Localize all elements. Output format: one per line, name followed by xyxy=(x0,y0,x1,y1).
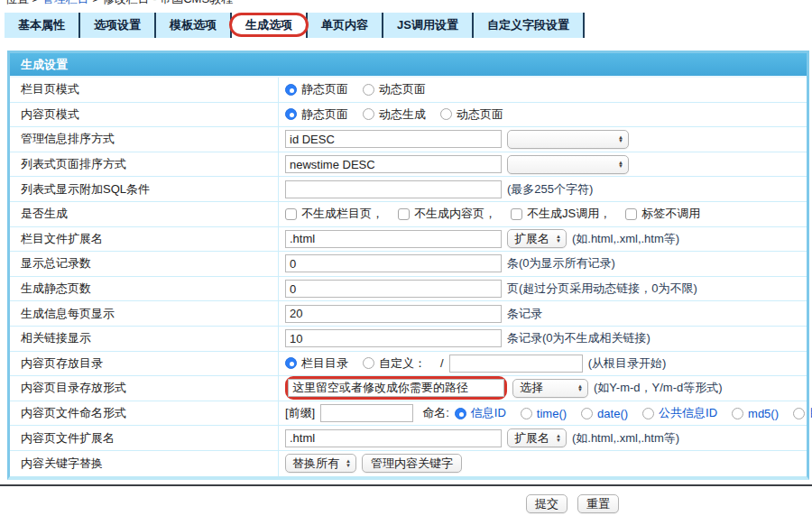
reset-button[interactable]: 重置 xyxy=(577,494,619,513)
radio-column-dir[interactable]: 栏目目录 xyxy=(285,355,348,372)
checkbox-icon[interactable] xyxy=(625,208,637,220)
checkbox-no-js-call[interactable]: 不生成JS调用， xyxy=(511,206,611,222)
tab-option-settings[interactable]: 选项设置 xyxy=(80,13,156,38)
custom-dir-input[interactable] xyxy=(449,355,583,373)
panel-title: 生成设置 xyxy=(10,53,807,78)
radio-on-icon[interactable] xyxy=(285,108,297,120)
radio-on-icon[interactable] xyxy=(285,357,297,369)
radio-off-icon[interactable] xyxy=(732,408,743,419)
checkbox-no-content-page[interactable]: 不生成内容页， xyxy=(398,206,496,222)
checkbox-icon[interactable] xyxy=(285,208,297,220)
radio-dynamic-page[interactable]: 动态页面 xyxy=(440,106,503,123)
radio-info-id[interactable]: 信息ID xyxy=(455,405,506,421)
content-ext-select[interactable]: 扩展名▲▼ xyxy=(507,428,567,447)
tab-generate-options[interactable]: 生成选项 xyxy=(232,13,308,38)
radio-label: 栏目目录 xyxy=(301,355,348,372)
radio-off-icon[interactable] xyxy=(793,408,805,419)
prefix-input[interactable] xyxy=(320,404,413,422)
hint-text: (如.html,.xml,.htm等) xyxy=(572,430,679,447)
breadcrumb-link[interactable]: 管理栏目 xyxy=(42,0,89,5)
tab-single-page-content[interactable]: 单页内容 xyxy=(308,13,383,38)
form-actions: 提交 重置 xyxy=(526,494,619,513)
select-arrows-icon: ▲▼ xyxy=(556,235,561,243)
keyword-replace-select[interactable]: 替换所有▲▼ xyxy=(285,454,356,473)
radio-label: 动态页面 xyxy=(379,81,426,97)
breadcrumb: 位置 > 管理栏目 > 修改栏目 - 帝国CMS教程 xyxy=(0,0,812,8)
radio-static-page[interactable]: 静态页面 xyxy=(285,106,348,123)
tab-template-options[interactable]: 模板选项 xyxy=(156,13,232,38)
radio-md5[interactable]: md5() xyxy=(732,407,779,420)
select-value: 选择 xyxy=(520,380,543,396)
list-sort-input[interactable] xyxy=(285,155,502,173)
radio-dynamic-page[interactable]: 动态页面 xyxy=(363,81,426,97)
submit-button[interactable]: 提交 xyxy=(526,494,567,513)
row-content-page-mode: 内容页模式 静态页面 动态生成 动态页面 xyxy=(10,103,807,128)
hint-text: (如.html,.xml,.htm等) xyxy=(572,231,679,247)
tab-bar: 基本属性 选项设置 模板选项 生成选项 单页内容 JS调用设置 自定义字段设置 xyxy=(5,13,585,38)
dir-format-input[interactable] xyxy=(288,379,504,397)
radio-off-icon[interactable] xyxy=(363,84,374,96)
row-keyword-replace: 内容关键字替换 替换所有▲▼ 管理内容关键字 xyxy=(10,451,807,476)
tab-js-call-settings[interactable]: JS调用设置 xyxy=(383,13,474,38)
radio-date[interactable]: date() xyxy=(581,407,628,420)
static-pages-input[interactable] xyxy=(285,280,502,298)
radio-on-icon[interactable] xyxy=(455,408,466,419)
radio-label: 静态页面 xyxy=(301,81,348,97)
checkbox-label: 不生成栏目页， xyxy=(301,206,383,222)
radio-on-icon[interactable] xyxy=(285,84,297,96)
select-arrows-icon: ▲▼ xyxy=(618,161,623,169)
radio-directory[interactable]: 目录 xyxy=(793,405,812,421)
checkbox-no-column-page[interactable]: 不生成栏目页， xyxy=(285,206,383,222)
checkbox-label: 不生成JS调用， xyxy=(527,206,611,222)
sql-condition-input[interactable] xyxy=(285,180,502,198)
hint-text: (从根目录开始) xyxy=(588,355,667,372)
checkbox-icon[interactable] xyxy=(398,208,410,220)
admin-page: 位置 > 管理栏目 > 修改栏目 - 帝国CMS教程 基本属性 选项设置 模板选… xyxy=(0,0,812,525)
radio-off-icon[interactable] xyxy=(642,408,654,419)
radio-dynamic-generate[interactable]: 动态生成 xyxy=(363,106,426,123)
list-sort-select[interactable]: ▲▼ xyxy=(507,155,629,174)
checkbox-icon[interactable] xyxy=(511,208,522,220)
prefix-label: [前缀] xyxy=(285,405,315,421)
row-label: 相关链接显示 xyxy=(10,327,279,351)
divider-line xyxy=(0,484,812,486)
manage-sort-input[interactable] xyxy=(285,130,502,148)
tab-basic-attributes[interactable]: 基本属性 xyxy=(5,13,80,38)
checkbox-tag-no-call[interactable]: 标签不调用 xyxy=(625,206,700,222)
column-ext-select[interactable]: 扩展名▲▼ xyxy=(507,229,567,248)
radio-time[interactable]: time() xyxy=(521,407,567,420)
row-label: 显示总记录数 xyxy=(10,252,279,276)
radio-off-icon[interactable] xyxy=(521,408,532,419)
tab-custom-field-settings[interactable]: 自定义字段设置 xyxy=(474,13,585,38)
related-links-input[interactable] xyxy=(285,329,502,347)
manage-keywords-button[interactable]: 管理内容关键字 xyxy=(362,454,462,473)
radio-static-page[interactable]: 静态页面 xyxy=(285,81,348,97)
radio-label: 动态页面 xyxy=(457,106,503,123)
total-records-input[interactable] xyxy=(285,254,502,272)
manage-sort-select[interactable]: ▲▼ xyxy=(507,130,629,149)
radio-off-icon[interactable] xyxy=(581,408,593,419)
radio-custom-dir[interactable]: 自定义： xyxy=(363,355,426,372)
radio-label: 自定义： xyxy=(379,355,426,372)
items-per-page-input[interactable] xyxy=(285,305,502,323)
red-annotation-box xyxy=(285,376,507,400)
radio-off-icon[interactable] xyxy=(363,108,374,120)
radio-off-icon[interactable] xyxy=(440,108,452,120)
radio-public-info-id[interactable]: 公共信息ID xyxy=(642,405,717,421)
row-label: 内容页文件扩展名 xyxy=(10,426,279,450)
hint-text: 条(0为显示所有记录) xyxy=(507,255,615,272)
row-label: 栏目文件扩展名 xyxy=(10,227,279,252)
radio-label: date() xyxy=(597,407,628,420)
row-manage-info-sort: 管理信息排序方式 ▲▼ xyxy=(10,127,807,152)
radio-off-icon[interactable] xyxy=(363,357,374,369)
tab-label: 生成选项 xyxy=(245,17,292,33)
naming-label: 命名: xyxy=(422,405,449,421)
dir-format-select[interactable]: 选择▲▼ xyxy=(512,379,588,398)
content-ext-input[interactable] xyxy=(285,429,502,447)
column-ext-input[interactable] xyxy=(285,230,502,248)
radio-label: 公共信息ID xyxy=(659,405,717,421)
row-column-page-mode: 栏目页模式 静态页面 动态页面 xyxy=(10,78,807,103)
row-label: 内容页模式 xyxy=(10,103,279,127)
row-label: 生成静态页数 xyxy=(10,277,279,301)
select-arrows-icon: ▲▼ xyxy=(577,384,583,392)
